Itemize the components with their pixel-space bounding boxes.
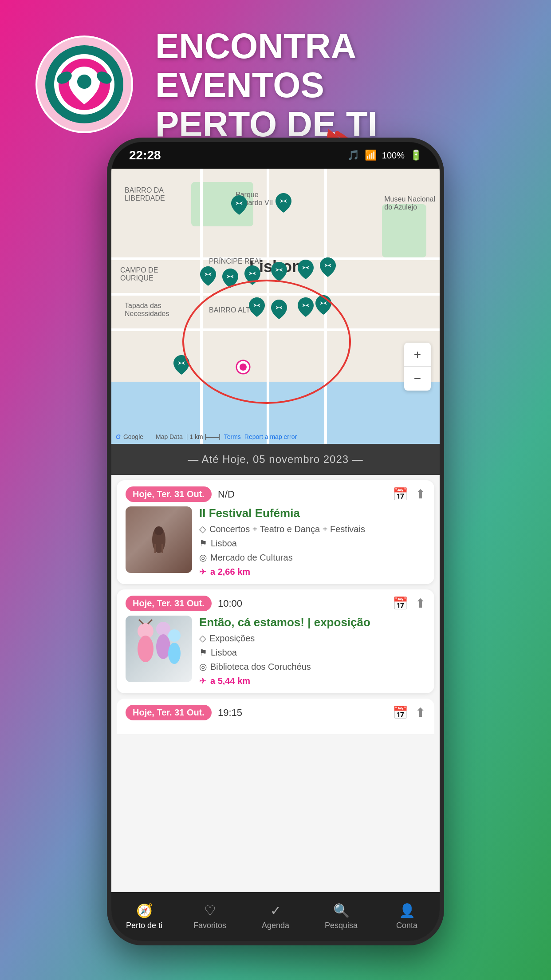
svg-line-20 [139,620,143,624]
event-2-title: Então, cá estamos! | exposição [199,616,425,629]
event-2-add-icon[interactable]: 📅 [393,596,408,611]
event-3-share-icon[interactable]: ⬆ [415,705,425,720]
map-controls-row: Map Data | 1 km |——| Terms Report a map … [156,433,435,440]
event-1-body: II Festival Eufémia ◇ Concertos + Teatro… [117,506,434,584]
status-time: 22:28 [129,148,161,162]
distance-icon: ✈ [199,566,207,577]
nav-perto-de-ti[interactable]: 🧭 Perto de ti [111,903,177,930]
nav-conta-label: Conta [396,921,417,930]
svg-point-4 [77,75,91,89]
svg-point-17 [156,634,170,659]
svg-point-18 [168,629,181,642]
event-1-venue: ◎ Mercado de Culturas [199,552,425,563]
event-2-city: ⚑ Lisboa [199,647,425,658]
event-1-distance: ✈ a 2,66 km [199,566,425,577]
zoom-in-button[interactable]: + [404,343,431,367]
event-3-add-icon[interactable]: 📅 [393,705,408,720]
status-icons: 🎵 📶 100% 🔋 [347,150,422,161]
map-marker-1 [231,195,247,215]
nav-agenda-icon: ✓ [270,903,281,918]
event-2-date-badge: Hoje, Ter. 31 Out. [126,596,212,611]
svg-point-19 [168,643,181,664]
map-marker-6 [271,262,287,281]
app-logo [35,36,133,135]
venue-icon: ◎ [199,552,207,563]
event-1-image [126,506,192,573]
event-1-add-icon[interactable]: 📅 [393,487,408,502]
status-bar: 22:28 🎵 📶 100% 🔋 [111,142,440,169]
svg-point-11 [154,526,163,535]
event-card-3-partial[interactable]: Hoje, Ter. 31 Out. 19:15 📅 ⬆ [117,699,434,734]
event-1-share-icon[interactable]: ⬆ [415,487,425,502]
event-2-image [126,616,192,682]
nav-conta-icon: 👤 [399,903,415,918]
date-banner: — Até Hoje, 05 novembro 2023 — [111,444,440,475]
nav-agenda-label: Agenda [262,921,289,930]
event-2-body: Então, cá estamos! | exposição ◇ Exposiç… [117,616,434,693]
bottom-nav: 🧭 Perto de ti ♡ Favoritos ✓ Agenda 🔍 Pes… [111,892,440,941]
event-1-date-badge: Hoje, Ter. 31 Out. [126,486,212,502]
signal-icon: 📶 [365,150,377,161]
neighborhood-label: BAIRRO DALIBERDADE [125,186,165,202]
nav-conta[interactable]: 👤 Conta [374,903,440,930]
nav-favoritos-label: Favoritos [193,921,226,930]
svg-point-16 [156,622,170,636]
svg-point-15 [138,636,153,662]
nav-perto-icon: 🧭 [136,903,153,918]
category-icon-2: ◇ [199,633,206,644]
event-1-categories: ◇ Concertos + Teatro e Dança + Festivais [199,524,425,534]
svg-rect-13 [161,544,163,553]
google-attribution: G Google [116,433,143,440]
phone-frame: 22:28 🎵 📶 100% 🔋 BAIRRO DAL [107,138,444,945]
spotify-icon: 🎵 [347,150,359,161]
event-1-time: N/D [218,489,235,500]
distance-icon-2: ✈ [199,676,207,686]
event-2-details: Então, cá estamos! | exposição ◇ Exposiç… [199,616,425,686]
nav-pesquisa[interactable]: 🔍 Pesquisa [308,903,374,930]
category-icon: ◇ [199,524,206,534]
city-flag-icon: ⚑ [199,538,207,549]
event-2-share-icon[interactable]: ⬆ [415,596,425,611]
svg-rect-12 [154,544,156,553]
map-marker-7 [298,260,314,279]
map-scale: | 1 km |——| [186,433,220,440]
report-error-link[interactable]: Report a map error [244,433,297,440]
nav-pesquisa-label: Pesquisa [325,921,358,930]
event-1-details: II Festival Eufémia ◇ Concertos + Teatro… [199,506,425,577]
map-marker-2 [276,193,291,213]
terms-link[interactable]: Terms [224,433,241,440]
map-view[interactable]: BAIRRO DALIBERDADE CAMPO DEOURIQUE Tapad… [111,169,440,444]
event-2-venue: ◎ Biblioteca dos Coruchéus [199,661,425,672]
event-2-distance: ✈ a 5,44 km [199,676,425,686]
battery-text: 100% [382,150,405,161]
city-flag-icon-2: ⚑ [199,647,207,658]
event-3-time: 19:15 [218,707,242,719]
map-circle-annotation [182,280,351,404]
zoom-controls[interactable]: + − [404,343,431,391]
neighborhood-tapada: Tapada dasNecessidades [125,302,169,318]
zoom-out-button[interactable]: − [404,367,431,391]
neighborhood-campo: CAMPO DEOURIQUE [120,266,158,282]
event-card-1[interactable]: Hoje, Ter. 31 Out. N/D 📅 ⬆ [117,480,434,584]
event-card-2[interactable]: Hoje, Ter. 31 Out. 10:00 📅 ⬆ [117,589,434,693]
nav-favoritos-icon: ♡ [204,903,216,918]
map-marker-3 [200,266,216,286]
svg-line-21 [148,620,152,624]
nav-pesquisa-icon: 🔍 [333,903,350,918]
map-marker-8 [320,257,336,277]
date-banner-text: — Até Hoje, 05 novembro 2023 — [188,453,363,466]
museum-label: Museu Nacionaldo Azulejo [384,195,435,211]
nav-perto-label: Perto de ti [126,921,162,930]
battery-icon: 🔋 [410,150,422,161]
map-data-label: Map Data [156,433,183,440]
nav-favoritos[interactable]: ♡ Favoritos [177,903,243,930]
event-1-title: II Festival Eufémia [199,506,425,520]
google-logo: G [116,433,121,440]
events-list: Hoje, Ter. 31 Out. N/D 📅 ⬆ [111,475,440,892]
event-2-categories: ◇ Exposições [199,633,425,644]
venue-icon-2: ◎ [199,661,207,672]
nav-agenda[interactable]: ✓ Agenda [243,903,308,930]
event-3-date-badge: Hoje, Ter. 31 Out. [126,705,212,720]
event-2-time: 10:00 [218,598,242,609]
event-1-city: ⚑ Lisboa [199,538,425,549]
